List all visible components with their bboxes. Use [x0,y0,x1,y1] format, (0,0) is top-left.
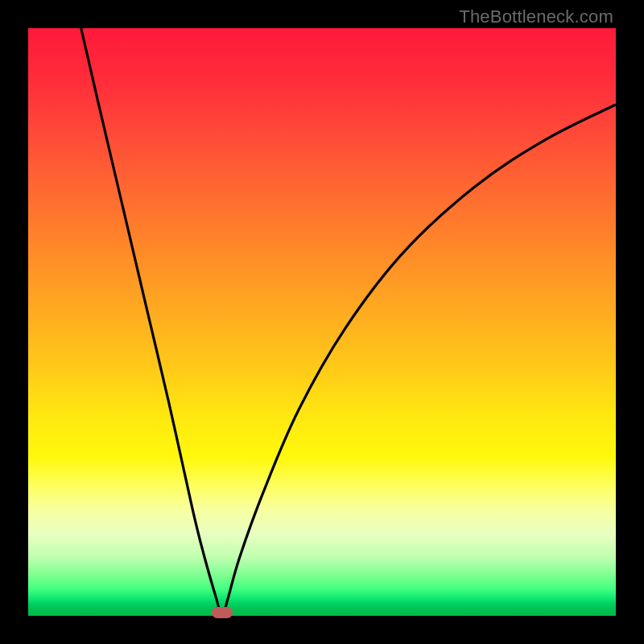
minimum-marker [212,607,233,618]
watermark-text: TheBottleneck.com [459,6,613,27]
curve-svg [28,28,616,616]
curve-path [81,28,616,616]
chart-frame: TheBottleneck.com [0,0,644,644]
